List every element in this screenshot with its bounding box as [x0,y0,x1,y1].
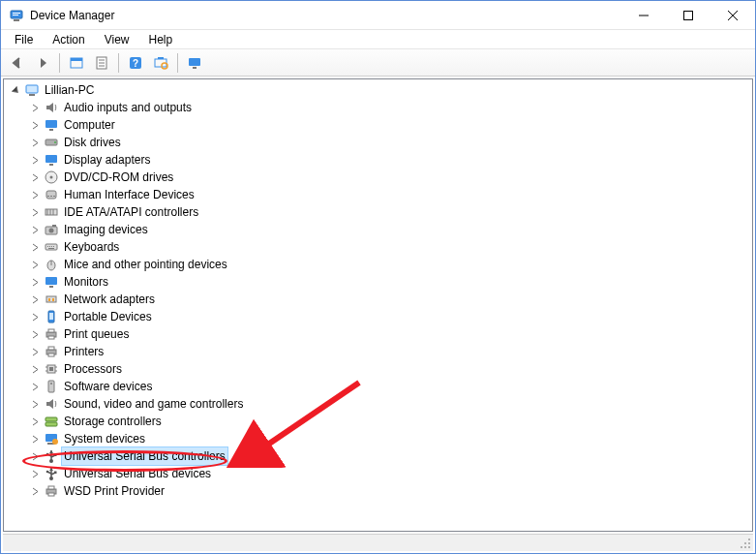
svg-rect-27 [45,155,57,163]
svg-rect-62 [48,354,54,356]
tree-item[interactable]: Portable Devices [4,308,752,325]
tree-item[interactable]: Disk drives [4,134,752,151]
tree-item-label: Storage controllers [62,413,164,430]
tree-item-label: Computer [62,116,117,134]
tree-item[interactable]: Printers [4,343,752,360]
tree-item[interactable]: Software devices [4,378,752,395]
show-hidden-button[interactable] [65,51,88,75]
help-button[interactable]: ? [124,51,147,75]
tree-item-label: Audio inputs and outputs [62,99,194,116]
tree-item-label: Human Interface Devices [62,186,197,203]
expand-icon[interactable] [27,361,43,377]
usb-icon [44,466,59,481]
toolbar-separator [118,53,119,73]
svg-point-79 [46,453,49,456]
expand-icon[interactable] [27,414,43,429]
expand-icon[interactable] [27,431,43,446]
expand-icon[interactable] [27,466,43,481]
tree-item-label: IDE ATA/ATAPI controllers [62,203,200,221]
tree-item-label: Software devices [62,378,154,395]
tree-item[interactable]: Display adapters [4,151,752,169]
tree-item[interactable]: Universal Serial Bus devices [4,465,752,482]
menu-help[interactable]: Help [141,31,181,48]
maximize-button[interactable] [666,1,711,30]
svg-rect-50 [45,277,57,285]
expand-icon[interactable] [27,309,43,324]
expand-icon[interactable] [27,117,43,133]
menu-file[interactable]: File [7,31,41,48]
properties-button[interactable] [90,51,113,75]
tree-item[interactable]: Universal Serial Bus controllers [4,447,752,465]
tree-item[interactable]: System devices [4,430,752,447]
tree-item[interactable]: Print queues [4,325,752,343]
svg-point-40 [49,229,54,233]
tree-item-label: Printers [62,343,106,360]
forward-button[interactable] [31,51,54,75]
tree-item-label: Universal Serial Bus controllers [62,447,227,465]
expand-icon[interactable] [27,100,43,115]
tree-item[interactable]: WSD Print Provider [4,482,752,500]
scan-button[interactable] [149,51,172,75]
tree-item[interactable]: Storage controllers [4,413,752,430]
mouse-icon [44,257,59,272]
expand-icon[interactable] [27,344,43,359]
svg-rect-52 [46,296,56,302]
svg-rect-44 [49,246,50,247]
tree-item-label: Portable Devices [62,308,154,325]
back-button[interactable] [6,51,29,75]
expand-icon[interactable] [27,396,43,412]
expand-icon[interactable] [27,152,43,168]
svg-point-30 [50,176,53,179]
expand-icon[interactable] [27,204,43,220]
svg-rect-56 [49,313,53,320]
expand-icon[interactable] [27,292,43,307]
tree-item[interactable]: DVD/CD-ROM drives [4,169,752,186]
tree-item[interactable]: Processors [4,360,752,378]
close-button[interactable] [711,1,755,30]
svg-point-85 [46,471,49,474]
tree-item[interactable]: Audio inputs and outputs [4,99,752,116]
tree-item[interactable]: Monitors [4,273,752,291]
toolbar: ? [1,49,755,77]
expand-icon[interactable] [27,222,43,237]
tree-item-label: Print queues [62,325,131,343]
statusbar [3,534,753,551]
expand-icon[interactable] [27,379,43,394]
tree-view[interactable]: Lillian-PCAudio inputs and outputsComput… [3,78,753,532]
minimize-button[interactable] [621,1,666,30]
svg-rect-22 [29,94,35,96]
tree-item[interactable]: Computer [4,116,752,134]
tree-item[interactable]: Network adapters [4,291,752,308]
software-icon [44,379,59,394]
expand-icon[interactable] [27,169,43,185]
menu-action[interactable]: Action [45,31,92,48]
svg-rect-81 [54,454,57,457]
svg-rect-21 [26,85,38,93]
svg-rect-1 [13,13,20,14]
tree-root[interactable]: Lillian-PC [4,81,752,99]
expand-icon[interactable] [27,257,43,272]
tree-item[interactable]: Human Interface Devices [4,186,752,203]
cpu-icon [44,361,59,377]
tree-item[interactable]: IDE ATA/ATAPI controllers [4,203,752,221]
tree-item[interactable]: Mice and other pointing devices [4,256,752,273]
menu-view[interactable]: View [97,31,137,48]
tree-item[interactable]: Sound, video and game controllers [4,395,752,413]
tree-item[interactable]: Keyboards [4,238,752,256]
expand-icon[interactable] [27,187,43,202]
drive-icon [44,135,59,150]
expand-icon[interactable] [27,135,43,150]
expand-icon[interactable] [27,326,43,342]
tree-item-label: Imaging devices [62,221,150,238]
resize-grip[interactable] [738,536,751,549]
tree-item-label: Universal Serial Bus devices [62,465,213,482]
expand-icon[interactable] [27,483,43,499]
system-icon [44,431,59,446]
expand-icon[interactable] [27,239,43,255]
display-button[interactable] [183,51,206,75]
expand-icon[interactable] [8,82,23,98]
expand-icon[interactable] [27,448,43,464]
svg-rect-43 [47,246,48,247]
tree-item[interactable]: Imaging devices [4,221,752,238]
expand-icon[interactable] [27,274,43,290]
